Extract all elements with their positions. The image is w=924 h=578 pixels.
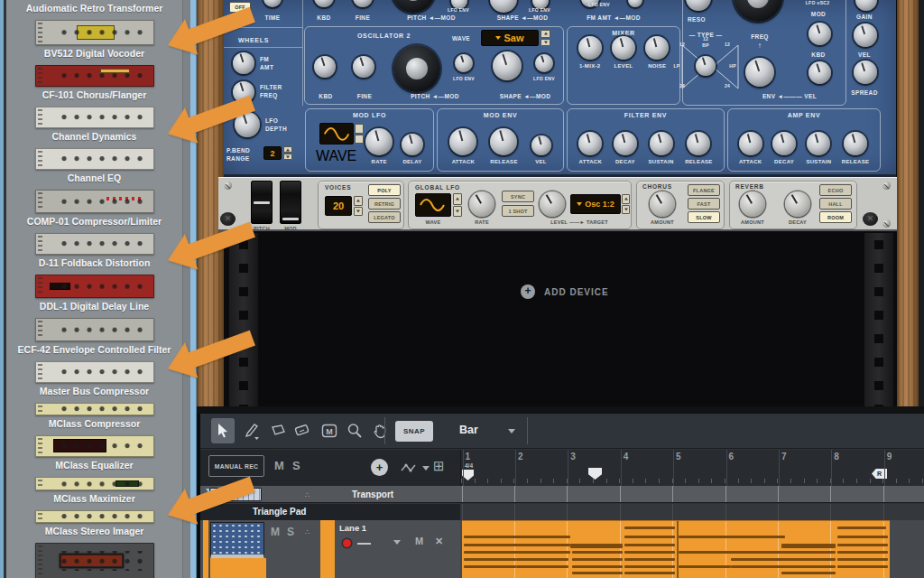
- snap-grid-value[interactable]: Bar: [459, 424, 478, 436]
- pencil-tool-button[interactable]: [240, 418, 263, 443]
- lane-close-button[interactable]: ✕: [435, 536, 443, 547]
- decay-knob[interactable]: [772, 132, 796, 155]
- device-thumbnail[interactable]: [35, 543, 154, 578]
- decay-knob[interactable]: [614, 132, 637, 155]
- device-thumbnail[interactable]: [35, 107, 154, 128]
- pbend-range-display[interactable]: 2: [263, 146, 282, 160]
- 1-mix-2-knob[interactable]: [578, 36, 602, 60]
- osc2-kbd-knob[interactable]: [314, 56, 336, 78]
- chevron-down-icon[interactable]: [422, 466, 430, 471]
- device-fold-icon[interactable]: [863, 212, 878, 226]
- track-solo-button[interactable]: S: [287, 526, 294, 538]
- device-list-item[interactable]: [6, 543, 182, 578]
- lane-mute-button[interactable]: M: [415, 536, 423, 546]
- device-list-item[interactable]: BV512 Digital Vocoder: [6, 20, 182, 59]
- mod-lfo-wave-display[interactable]: [319, 123, 354, 144]
- automation-icon[interactable]: [401, 462, 420, 473]
- device-list-item[interactable]: Channel EQ: [6, 148, 182, 183]
- osc1-shape-knob[interactable]: [490, 0, 517, 13]
- voices-spinner[interactable]: [354, 196, 363, 216]
- track-name[interactable]: Transport: [352, 489, 393, 499]
- hand-tool-button[interactable]: [368, 418, 392, 443]
- chevron-down-icon[interactable]: [508, 429, 515, 434]
- device-list-item[interactable]: MClass Maximizer: [6, 477, 182, 504]
- device-thumbnail[interactable]: [35, 435, 154, 457]
- osc2-pitch-knob[interactable]: [393, 45, 440, 92]
- osc1-fine-knob[interactable]: [353, 0, 373, 7]
- device-thumbnail[interactable]: [35, 148, 154, 170]
- device-list-item[interactable]: D-11 Foldback Distortion: [6, 233, 182, 268]
- osc2-shape-mod-knob[interactable]: [535, 54, 553, 72]
- poly-button[interactable]: POLY: [368, 184, 401, 196]
- retrig-button[interactable]: RETRIG: [368, 198, 401, 210]
- mute-tool-button[interactable]: M: [318, 418, 341, 443]
- transport-track-lane[interactable]: [460, 486, 924, 503]
- attack-knob[interactable]: [739, 132, 762, 155]
- flange-button[interactable]: FLANGE: [688, 184, 720, 196]
- timeline-ruler[interactable]: 4/4 R 123456789: [460, 450, 924, 486]
- sustain-knob[interactable]: [650, 132, 673, 155]
- gain-knob[interactable]: [854, 23, 877, 47]
- reverb-decay-knob[interactable]: [785, 191, 810, 217]
- lfo-target-spinner[interactable]: [622, 194, 630, 214]
- pitch-wheel[interactable]: [251, 181, 273, 224]
- device-thumbnail[interactable]: [35, 190, 154, 213]
- device-thumbnail[interactable]: [35, 361, 154, 383]
- global-lfo-wave-spinner[interactable]: [453, 193, 462, 217]
- device-thumbnail[interactable]: [35, 477, 154, 490]
- global-lfo-rate-knob[interactable]: [469, 191, 494, 217]
- vel-knob[interactable]: [854, 61, 877, 84]
- chevron-down-icon[interactable]: [393, 540, 401, 545]
- add-track-button[interactable]: +: [371, 459, 388, 476]
- wheel-fm-amt-knob[interactable]: [233, 52, 254, 74]
- device-thumbnail[interactable]: [35, 233, 154, 255]
- reverb-amount-knob[interactable]: [740, 191, 765, 217]
- release-knob[interactable]: [687, 132, 710, 155]
- synth-track-lane[interactable]: [460, 520, 924, 578]
- device-thumbnail[interactable]: [35, 318, 154, 341]
- track-name[interactable]: Triangle Pad: [253, 507, 306, 517]
- add-device-button[interactable]: + ADD DEVICE: [521, 282, 665, 302]
- attack-knob[interactable]: [578, 132, 602, 155]
- eraser-tool-button[interactable]: [265, 418, 289, 443]
- echo-button[interactable]: ECHO: [819, 184, 852, 196]
- device-list-item[interactable]: CF-101 Chorus/Flanger: [6, 65, 182, 100]
- osc2-wave-spinner[interactable]: [541, 30, 550, 46]
- legato-button[interactable]: LEGATO: [368, 211, 401, 223]
- noise-knob[interactable]: [645, 36, 669, 60]
- fast-button[interactable]: FAST: [688, 198, 720, 210]
- filter-mod-knob[interactable]: [808, 23, 831, 45]
- device-list-item[interactable]: ECF-42 Envelope Controlled Filter: [6, 318, 182, 355]
- osc2-wave-display[interactable]: Saw: [481, 30, 539, 46]
- mute-all-button[interactable]: M: [274, 459, 284, 472]
- global-lfo-level-knob[interactable]: [540, 191, 565, 217]
- osc2-pitch-mod-knob[interactable]: [455, 54, 473, 72]
- delay-knob[interactable]: [402, 134, 423, 155]
- device-list-item[interactable]: MClass Stereo Imager: [6, 510, 182, 536]
- voices-display[interactable]: 20: [325, 196, 352, 216]
- time-knob[interactable]: [263, 0, 282, 7]
- level-knob[interactable]: [612, 36, 635, 60]
- filter-env-amount-knob[interactable]: [745, 58, 774, 87]
- left-locator-marker[interactable]: [462, 470, 474, 480]
- snap-toggle-button[interactable]: SNAP: [395, 421, 433, 442]
- device-thumbnail[interactable]: [35, 65, 154, 87]
- osc1-kbd-knob[interactable]: [314, 0, 334, 7]
- grid-edit-icon[interactable]: ⊞: [433, 458, 445, 474]
- device-list-item[interactable]: Channel Dynamics: [6, 107, 182, 142]
- osc1-pitch-knob[interactable]: [392, 0, 435, 13]
- track-mute-button[interactable]: M: [271, 526, 280, 538]
- rate-knob[interactable]: [365, 128, 393, 155]
- output-top-knob[interactable]: [855, 0, 877, 11]
- release-knob[interactable]: [490, 128, 517, 155]
- device-list-item[interactable]: MClass Compressor: [6, 403, 182, 429]
- filter-kbd-knob[interactable]: [808, 61, 831, 84]
- slow-button[interactable]: SLOW: [688, 211, 720, 223]
- osc2-shape-knob[interactable]: [493, 51, 522, 80]
- midi-clip[interactable]: [462, 520, 890, 578]
- device-list-item[interactable]: COMP-01 Compressor/Limiter: [6, 190, 182, 227]
- release-knob[interactable]: [844, 132, 867, 155]
- device-list-item[interactable]: Audiomatic Retro Transformer: [6, 3, 182, 14]
- device-thumbnail[interactable]: [35, 510, 154, 523]
- record-enable-dot[interactable]: [343, 539, 351, 547]
